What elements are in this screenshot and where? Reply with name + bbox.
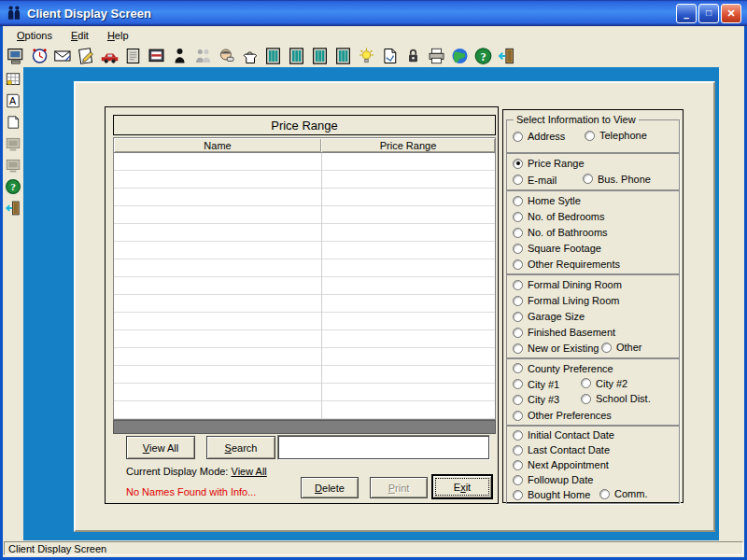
bulb-icon[interactable] (357, 47, 376, 65)
content-panel: Price Range Name Price Range View All Se… (74, 81, 715, 532)
option-frame-5: County PreferenceCity #1City #2City #3Sc… (506, 358, 680, 426)
radio-circle (583, 174, 593, 184)
monitor-slide-icon[interactable] (147, 47, 166, 65)
help-icon[interactable]: ? (5, 178, 21, 195)
exit-button[interactable]: Exit (431, 474, 493, 499)
radio-row: Other Requirements (507, 257, 679, 272)
grid-header: Name Price Range (113, 137, 496, 153)
radio-formal-living-room[interactable]: Formal Living Room (513, 295, 619, 306)
screen-disabled-icon[interactable] (5, 135, 21, 152)
radio-city-2[interactable]: City #2 (581, 378, 627, 389)
radio-address[interactable]: Address (513, 131, 565, 142)
radio-school-dist[interactable]: School Dist. (581, 393, 651, 404)
mail-icon[interactable] (53, 47, 73, 65)
radio-initial-contact-date[interactable]: Initial Contact Date (513, 429, 614, 441)
radio-city-1[interactable]: City #1 (513, 379, 559, 390)
radio-formal-dining-room[interactable]: Formal Dining Room (513, 279, 622, 290)
people-disabled-icon[interactable] (193, 47, 213, 65)
radio-city-3[interactable]: City #3 (513, 394, 559, 405)
radio-e-mail[interactable]: E-mail (513, 175, 557, 186)
jug-icon[interactable] (240, 47, 260, 65)
close-button[interactable]: ✕ (721, 4, 741, 23)
radio-circle (513, 296, 523, 306)
column-header-name[interactable]: Name (114, 138, 321, 152)
radio-last-contact-date[interactable]: Last Contact Date (513, 444, 610, 455)
radio-row: City #1City #2 (507, 377, 679, 392)
radio-label: Last Contact Date (528, 444, 610, 455)
radio-row: Initial Contact Date (507, 427, 679, 442)
radio-circle (513, 460, 523, 470)
radio-bought-home[interactable]: Bought Home (513, 489, 590, 500)
menu-help[interactable]: Help (99, 28, 137, 43)
head-phone-icon[interactable] (217, 47, 236, 65)
radio-circle (601, 343, 612, 353)
building-icon[interactable] (263, 47, 283, 65)
radio-garage-size[interactable]: Garage Size (513, 311, 585, 322)
radio-county-preference[interactable]: County Preference (513, 363, 613, 374)
radio-circle (513, 445, 523, 455)
radio-new-or-existing[interactable]: New or Existing (513, 343, 599, 354)
radio-comm[interactable]: Comm. (599, 488, 647, 499)
help-icon[interactable]: ? (473, 47, 493, 65)
search-button[interactable]: Search (206, 436, 275, 459)
radio-label: Address (528, 131, 565, 142)
grid-horizontal-scrollbar[interactable] (113, 420, 496, 434)
building-icon[interactable] (333, 47, 353, 65)
car-icon[interactable] (100, 47, 120, 65)
radio-other[interactable]: Other (601, 342, 642, 353)
maximize-button[interactable]: □ (698, 4, 719, 23)
building-icon[interactable] (310, 47, 330, 65)
radio-row: Followup Date (507, 472, 679, 487)
clock-icon[interactable] (30, 47, 49, 65)
radio-circle (513, 430, 523, 441)
radio-no-of-bedrooms[interactable]: No. of Bedrooms (513, 211, 605, 222)
menu-options[interactable]: Options (8, 28, 61, 43)
radio-home-sytle[interactable]: Home Sytle (513, 195, 581, 206)
radio-other-requirements[interactable]: Other Requirements (513, 259, 620, 270)
radio-label: E-mail (528, 175, 557, 186)
grid-body[interactable] (113, 153, 496, 420)
person-icon[interactable] (170, 47, 190, 65)
menu-edit[interactable]: Edit (63, 28, 97, 43)
clipboard-icon[interactable] (5, 114, 21, 131)
radio-circle (513, 175, 523, 185)
exit-door-icon[interactable] (5, 200, 21, 217)
radio-row: Bought HomeComm. (507, 487, 679, 502)
radio-circle (513, 244, 523, 254)
radio-square-footage[interactable]: Square Footage (513, 243, 601, 254)
radio-label: No. of Bathrooms (528, 227, 608, 238)
minimize-button[interactable]: – (676, 4, 697, 23)
radio-row: Formal Dining Room (507, 277, 679, 292)
radio-other-preferences[interactable]: Other Preferences (513, 410, 612, 421)
radio-next-appointment[interactable]: Next Appointment (513, 459, 609, 470)
radio-finished-basement[interactable]: Finished Basement (513, 327, 615, 338)
side-toolbar: A? (3, 67, 23, 540)
grid-table-icon[interactable] (5, 71, 21, 88)
lock-icon[interactable] (403, 47, 423, 65)
exit-door-icon[interactable] (497, 47, 516, 65)
globe-icon[interactable] (450, 47, 470, 65)
radio-row: Price Range (507, 156, 679, 171)
radio-label: Formal Dining Room (528, 279, 622, 290)
printer-icon[interactable] (427, 47, 446, 65)
radio-bus-phone[interactable]: Bus. Phone (583, 174, 651, 185)
radio-no-of-bathrooms[interactable]: No. of Bathrooms (513, 227, 608, 238)
view-all-button[interactable]: View All (126, 436, 195, 459)
radio-price-range[interactable]: Price Range (513, 158, 585, 169)
radio-followup-date[interactable]: Followup Date (513, 474, 593, 485)
svg-text:A: A (9, 95, 17, 106)
screen-disabled-icon[interactable] (5, 157, 21, 174)
option-frame-3: Home SytleNo. of BedroomsNo. of Bathroom… (506, 190, 680, 274)
delete-button[interactable]: Delete (301, 477, 359, 498)
notes-icon[interactable] (123, 47, 143, 65)
frame-caption: Select Information to View (514, 114, 639, 125)
note-edit-icon[interactable] (77, 47, 96, 65)
font-a-icon[interactable]: A (5, 92, 21, 109)
building-icon[interactable] (287, 47, 306, 65)
radio-telephone[interactable]: Telephone (585, 130, 647, 141)
computer-icon[interactable] (7, 47, 26, 65)
radio-circle (585, 131, 595, 141)
search-input[interactable] (277, 435, 490, 460)
page-send-icon[interactable] (380, 47, 400, 65)
column-header-price-range[interactable]: Price Range (321, 138, 495, 152)
